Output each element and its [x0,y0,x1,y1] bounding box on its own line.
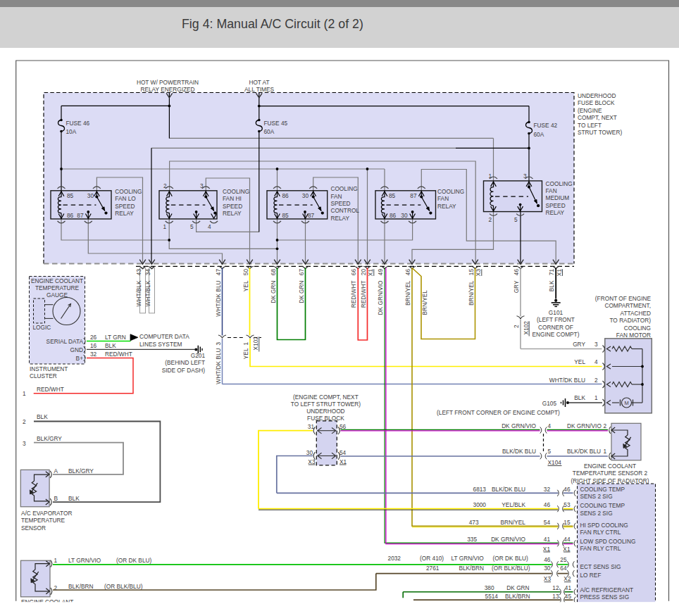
svg-text:RED/WHT: RED/WHT [350,281,357,308]
svg-text:(OR BLK/BLU): (OR BLK/BLU) [492,565,530,572]
svg-text:86: 86 [67,212,74,219]
svg-text:TEMPERATURE: TEMPERATURE [35,284,80,291]
svg-text:66: 66 [350,269,357,276]
svg-text:16: 16 [90,342,97,349]
svg-text:BLK: BLK [574,394,585,401]
svg-text:M: M [624,400,628,406]
svg-text:54: 54 [544,519,551,526]
svg-text:335: 335 [467,536,477,543]
svg-text:380: 380 [485,584,494,591]
svg-text:TO LEFT: TO LEFT [578,122,602,129]
svg-text:X3: X3 [308,458,316,465]
svg-text:1: 1 [23,390,26,397]
svg-text:SPEED: SPEED [223,203,242,210]
svg-text:B+: B+ [76,355,84,362]
svg-text:BLK/BRN: BLK/BRN [68,583,94,590]
svg-text:G101: G101 [549,309,563,316]
svg-text:45: 45 [565,593,572,600]
svg-text:3: 3 [215,342,222,346]
svg-text:32: 32 [544,486,551,493]
svg-text:10A: 10A [66,128,77,135]
svg-text:UNDERHOOD: UNDERHOOD [306,408,344,415]
svg-text:ENGINE COOLANT: ENGINE COOLANT [31,277,83,284]
svg-text:G105: G105 [542,400,557,407]
svg-text:HOT W/ POWERTRAIN: HOT W/ POWERTRAIN [137,79,199,86]
svg-text:(ENGINE: (ENGINE [578,107,602,114]
svg-text:2761: 2761 [426,565,440,572]
svg-text:4: 4 [548,422,552,429]
svg-text:ENGINE COOLANT: ENGINE COOLANT [584,463,636,470]
svg-text:COMPARTMENT,: COMPARTMENT, [604,302,651,309]
svg-text:(ENGINE COMPT, NEXT: (ENGINE COMPT, NEXT [293,394,359,401]
svg-text:CLUSTER: CLUSTER [30,372,57,379]
svg-text:FAN RLY CTRL: FAN RLY CTRL [580,545,621,552]
svg-text:2: 2 [594,377,598,384]
svg-text:BRN/YEL: BRN/YEL [421,290,428,315]
svg-text:A/C REFRIGERANT: A/C REFRIGERANT [580,586,634,593]
svg-text:SENS 2 SIG: SENS 2 SIG [580,510,613,517]
svg-text:RELAY: RELAY [437,203,456,210]
svg-text:STRUT TOWER): STRUT TOWER) [578,129,622,136]
svg-text:2: 2 [513,325,520,328]
svg-text:BLK: BLK [548,280,555,291]
svg-text:2: 2 [163,182,167,189]
svg-text:COOLING: COOLING [223,188,249,195]
svg-text:BRN/YEL: BRN/YEL [500,519,525,526]
svg-text:FAN: FAN [546,187,557,194]
svg-text:5: 5 [548,448,552,455]
svg-text:FAN LO: FAN LO [115,195,136,202]
svg-text:87: 87 [77,212,84,219]
svg-text:ATTACHED: ATTACHED [621,310,651,317]
svg-text:85: 85 [389,192,396,199]
svg-text:RELAY: RELAY [330,215,349,222]
svg-text:FAN HI: FAN HI [223,195,242,202]
svg-text:LO REF: LO REF [580,572,602,579]
svg-text:CONTROL: CONTROL [330,207,359,214]
svg-text:DK GRN/VIO: DK GRN/VIO [502,422,536,429]
svg-text:BRN/YEL: BRN/YEL [468,280,475,306]
svg-text:X3: X3 [544,575,552,582]
svg-text:46: 46 [544,501,551,508]
svg-text:HOT AT: HOT AT [249,79,269,86]
svg-text:4: 4 [208,223,211,230]
svg-text:(OR DK BLU): (OR DK BLU) [116,557,151,564]
svg-text:15: 15 [563,519,571,526]
svg-text:BLK: BLK [105,342,116,349]
svg-text:BLK/GRY: BLK/GRY [68,467,94,474]
svg-text:FUSE 46: FUSE 46 [66,120,90,127]
svg-text:DK GRN: DK GRN [298,281,305,303]
svg-text:BRN/YEL: BRN/YEL [404,280,411,306]
svg-text:34: 34 [144,269,151,276]
svg-text:BLK: BLK [68,495,80,502]
svg-text:X102: X102 [252,337,259,351]
svg-text:COMPT, NEXT: COMPT, NEXT [578,114,617,121]
svg-text:473: 473 [469,519,479,526]
svg-text:56: 56 [340,423,347,430]
svg-text:41: 41 [544,536,551,543]
svg-text:PRESS SENS SIG: PRESS SENS SIG [580,593,630,601]
svg-text:INSTRUMENT: INSTRUMENT [30,365,68,372]
svg-text:3: 3 [523,172,527,180]
svg-text:RELAY ENERGIZED: RELAY ENERGIZED [140,86,194,93]
svg-text:5: 5 [190,223,194,230]
svg-text:FUSE 45: FUSE 45 [264,120,288,127]
svg-text:X1: X1 [367,269,374,277]
svg-text:X102: X102 [523,321,530,335]
svg-text:46: 46 [544,556,551,563]
svg-text:30: 30 [87,192,94,199]
svg-text:FAN: FAN [330,193,342,200]
svg-text:YEL/BLK: YEL/BLK [502,501,525,508]
svg-text:3: 3 [23,440,26,447]
svg-text:ALL TIMES: ALL TIMES [244,86,274,93]
svg-text:TEMPERATURE: TEMPERATURE [21,517,66,524]
svg-text:SPEED: SPEED [330,200,350,207]
svg-text:53: 53 [563,501,571,508]
svg-text:A: A [54,467,58,474]
svg-text:COOLING TEMP: COOLING TEMP [580,486,625,493]
svg-text:1: 1 [488,172,492,180]
svg-text:SPEED: SPEED [115,203,135,210]
svg-text:50: 50 [242,269,249,276]
svg-text:DK GRN: DK GRN [506,584,529,591]
svg-text:X104: X104 [548,459,562,466]
svg-text:32: 32 [90,351,97,358]
